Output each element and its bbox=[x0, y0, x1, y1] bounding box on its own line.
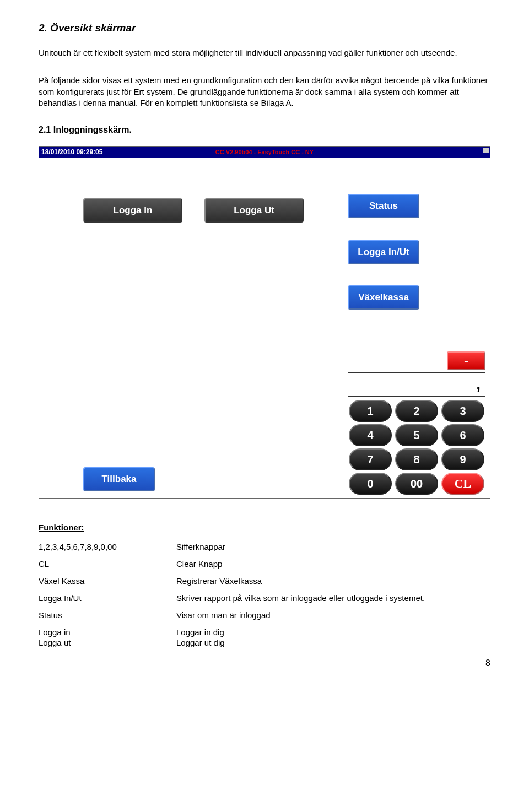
status-button[interactable]: Status bbox=[348, 194, 419, 218]
login-button[interactable]: Logga In bbox=[83, 198, 182, 223]
key-8[interactable]: 8 bbox=[395, 448, 438, 470]
function-name: 1,2,3,4,5,6,7,8,9,0,00 bbox=[39, 542, 176, 551]
function-name: Logga in bbox=[39, 627, 176, 637]
key-1[interactable]: 1 bbox=[349, 400, 392, 422]
titlebar-app-version: CC V2.90b04 - EasyTouch CC - NY bbox=[215, 147, 314, 158]
function-name: Logga In/Ut bbox=[39, 593, 176, 603]
key-4[interactable]: 4 bbox=[349, 424, 392, 446]
titlebar-timestamp: 18/01/2010 09:29:05 bbox=[41, 148, 102, 156]
function-desc: Skriver rapport på vilka som är inloggad… bbox=[176, 593, 490, 603]
numeric-display: , bbox=[348, 372, 485, 397]
titlebar-corner-icon bbox=[483, 148, 489, 153]
function-row: Logga in Loggar in dig bbox=[39, 627, 490, 637]
login-logout-button[interactable]: Logga In/Ut bbox=[348, 240, 419, 264]
function-desc: Loggar ut dig bbox=[176, 638, 490, 647]
page-number: 8 bbox=[39, 658, 490, 668]
function-desc: Registrerar Växelkassa bbox=[176, 576, 490, 586]
functions-heading: Funktioner: bbox=[39, 523, 490, 532]
key-2[interactable]: 2 bbox=[395, 400, 438, 422]
function-name: Växel Kassa bbox=[39, 576, 176, 586]
function-desc: Visar om man är inloggad bbox=[176, 610, 490, 620]
subsection-title: 2.1 Inloggningsskärm. bbox=[39, 125, 490, 135]
function-row: Logga ut Loggar ut dig bbox=[39, 638, 490, 647]
key-00[interactable]: 00 bbox=[395, 473, 438, 495]
key-clear[interactable]: CL bbox=[441, 473, 484, 495]
back-button[interactable]: Tillbaka bbox=[83, 467, 155, 491]
key-5[interactable]: 5 bbox=[395, 424, 438, 446]
key-0[interactable]: 0 bbox=[349, 473, 392, 495]
function-row: Logga In/Ut Skriver rapport på vilka som… bbox=[39, 593, 490, 603]
function-name: Logga ut bbox=[39, 638, 176, 647]
keypad: 1 2 3 4 5 6 7 8 9 0 00 CL bbox=[349, 400, 484, 495]
minus-button[interactable]: - bbox=[447, 351, 485, 370]
function-name: CL bbox=[39, 559, 176, 569]
function-row: Växel Kassa Registrerar Växelkassa bbox=[39, 576, 490, 586]
key-3[interactable]: 3 bbox=[441, 400, 484, 422]
function-row: 1,2,3,4,5,6,7,8,9,0,00 Sifferknappar bbox=[39, 542, 490, 551]
section-title: 2. Översikt skärmar bbox=[39, 22, 490, 34]
login-screenshot: 18/01/2010 09:29:05 CC V2.90b04 - EasyTo… bbox=[39, 146, 490, 499]
intro-paragraph-2: På följande sidor visas ett system med e… bbox=[39, 75, 490, 109]
key-7[interactable]: 7 bbox=[349, 448, 392, 470]
logout-button[interactable]: Logga Ut bbox=[204, 198, 304, 223]
function-name: Status bbox=[39, 610, 176, 620]
function-desc: Loggar in dig bbox=[176, 627, 490, 637]
function-desc: Clear Knapp bbox=[176, 559, 490, 569]
titlebar: 18/01/2010 09:29:05 CC V2.90b04 - EasyTo… bbox=[39, 147, 490, 158]
key-6[interactable]: 6 bbox=[441, 424, 484, 446]
vaxelkassa-button[interactable]: Växelkassa bbox=[348, 285, 419, 310]
key-9[interactable]: 9 bbox=[441, 448, 484, 470]
intro-paragraph-1: Unitouch är ett flexibelt system med sto… bbox=[39, 47, 490, 58]
function-row: Status Visar om man är inloggad bbox=[39, 610, 490, 620]
function-desc: Sifferknappar bbox=[176, 542, 490, 551]
function-row: CL Clear Knapp bbox=[39, 559, 490, 569]
